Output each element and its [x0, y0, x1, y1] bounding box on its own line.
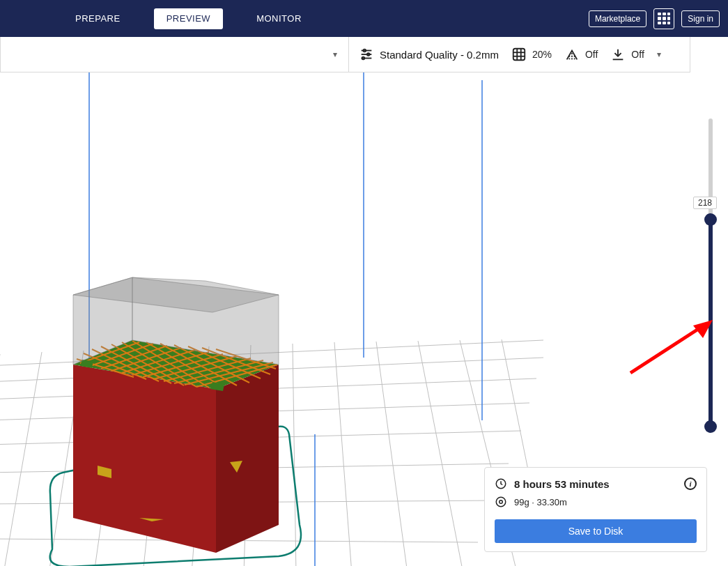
svg-point-80 [499, 500, 503, 504]
infill-icon [511, 47, 527, 62]
printer-dropdown[interactable]: ▾ [0, 37, 349, 72]
signin-button[interactable]: Sign in [681, 10, 720, 27]
infill-setting: 20% [511, 47, 552, 62]
print-info-panel: i 8 hours 53 minutes 99g · 33.30m Save t… [484, 467, 707, 552]
tab-preview[interactable]: PREVIEW [154, 8, 223, 29]
adhesion-icon [610, 47, 626, 62]
apps-grid-icon[interactable] [653, 8, 674, 29]
adhesion-setting: Off [610, 47, 644, 62]
svg-marker-25 [73, 365, 216, 553]
quality-label: Standard Quality - 0.2mm [380, 49, 499, 61]
support-value: Off [585, 49, 598, 60]
print-settings-dropdown[interactable]: Standard Quality - 0.2mm 20% Off Off ▾ [349, 37, 690, 72]
adhesion-value: Off [631, 49, 644, 60]
svg-line-16 [334, 342, 352, 566]
svg-marker-26 [216, 365, 279, 553]
support-setting: Off [564, 47, 598, 62]
app-header: PREPARE PREVIEW MONITOR Marketplace Sign… [0, 0, 728, 37]
material-icon [495, 496, 507, 508]
info-icon[interactable]: i [684, 477, 697, 490]
svg-point-79 [496, 497, 506, 507]
sliders-icon [359, 47, 374, 62]
chevron-down-icon: ▾ [657, 49, 661, 59]
svg-line-15 [293, 344, 296, 566]
infill-value: 20% [532, 49, 552, 60]
svg-line-9 [3, 352, 42, 566]
svg-line-17 [376, 342, 408, 566]
slider-value-label: 218 [693, 197, 717, 209]
quality-setting: Standard Quality - 0.2mm [359, 47, 499, 62]
chevron-down-icon: ▾ [333, 49, 337, 59]
clock-icon [495, 477, 507, 490]
marketplace-button[interactable]: Marketplace [589, 10, 646, 27]
tab-monitor[interactable]: MONITOR [244, 8, 314, 29]
svg-line-18 [418, 341, 463, 566]
print-time: 8 hours 53 minutes [514, 478, 610, 490]
svg-rect-67 [513, 49, 525, 61]
support-icon [564, 47, 580, 62]
layer-slider[interactable]: 218 [702, 118, 720, 427]
slider-range [708, 216, 713, 427]
material-usage: 99g · 33.30m [514, 497, 567, 507]
save-to-disk-button[interactable]: Save to Disk [495, 519, 697, 543]
tab-prepare[interactable]: PREPARE [63, 8, 133, 29]
settings-bar: ▾ Standard Quality - 0.2mm 20% Off Off ▾ [0, 37, 690, 72]
slider-handle-top[interactable] [704, 213, 717, 226]
slider-handle-bottom[interactable] [704, 420, 717, 433]
